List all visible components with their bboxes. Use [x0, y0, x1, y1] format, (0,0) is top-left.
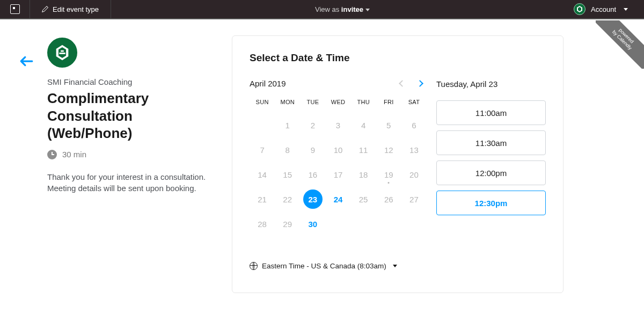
event-title: Complimentary Consultation (Web/Phone) [47, 90, 219, 142]
host-name: SMI Financial Coaching [47, 77, 219, 86]
topbar-left: Edit event type [0, 0, 111, 18]
calendar-day: 27 [401, 187, 427, 211]
clock-icon [47, 150, 57, 159]
scheduler-title: Select a Date & Time [250, 52, 546, 64]
calendar-day: 12 [376, 137, 401, 162]
calendar-day: 14 [250, 162, 275, 187]
timezone-label: Eastern Time - US & Canada (8:03am) [262, 262, 386, 270]
timeslot-button[interactable]: 12:30pm [436, 191, 546, 215]
timeslot-list: 11:00am11:30am12:00pm12:30pm [436, 100, 546, 215]
duration-text: 30 min [62, 150, 86, 159]
calendar-day [376, 211, 401, 236]
calendar-day: 6 [401, 113, 427, 137]
calendar-month-label: April 2019 [250, 79, 286, 88]
event-info-column: SMI Financial Coaching Complimentary Con… [47, 35, 219, 194]
timeslots-column: Tuesday, April 23 11:00am11:30am12:00pm1… [436, 79, 546, 270]
calendar-day: 28 [250, 211, 275, 236]
caret-down-icon [365, 9, 370, 11]
calendar-day [325, 211, 350, 236]
next-month-button[interactable] [416, 80, 423, 87]
calendar-day: 17 [325, 162, 350, 187]
view-as-dropdown[interactable]: View as invitee [111, 5, 574, 13]
calendar-grid: 1234567891011121314151617181920212223242… [250, 113, 427, 236]
calendar-day: 8 [275, 137, 300, 162]
dow-cell: WED [325, 99, 350, 113]
calendar-day: 7 [250, 137, 275, 162]
back-button[interactable] [19, 55, 34, 70]
calendar-app-icon[interactable] [0, 0, 30, 18]
calendar-day: 13 [401, 137, 427, 162]
timeslot-button[interactable]: 12:00pm [436, 160, 546, 185]
caret-down-icon [393, 265, 397, 267]
calendar-day: 19 [376, 162, 401, 187]
event-duration: 30 min [47, 150, 219, 159]
arrow-left-icon [19, 56, 33, 67]
scheduler-card: Select a Date & Time April 2019 SUNMONTU… [232, 35, 564, 293]
host-avatar [47, 38, 77, 68]
calendar-day: 11 [351, 137, 376, 162]
account-menu[interactable]: Account [574, 3, 644, 15]
view-as-prefix: View as [315, 5, 341, 13]
calendar-day: 25 [351, 187, 376, 211]
timeslot-button[interactable]: 11:00am [436, 100, 546, 125]
calendar-day: 26 [376, 187, 401, 211]
dow-cell: FRI [376, 99, 401, 113]
calendar-day: 20 [401, 162, 427, 187]
topbar: Edit event type View as invitee Account [0, 0, 644, 19]
day-of-week-header: SUNMONTUEWEDTHUFRISAT [250, 99, 427, 113]
timezone-selector[interactable]: Eastern Time - US & Canada (8:03am) [250, 262, 427, 270]
dow-cell: THU [351, 99, 376, 113]
calendar-day: 18 [351, 162, 376, 187]
caret-down-icon [624, 8, 628, 11]
dow-cell: MON [275, 99, 300, 113]
calendar-day: 22 [275, 187, 300, 211]
calendar-day: 5 [376, 113, 401, 137]
pencil-icon [42, 6, 48, 12]
globe-icon [250, 262, 258, 270]
calendar-day: 1 [275, 113, 300, 137]
calendar-day[interactable]: 30 [300, 211, 325, 236]
edit-event-type-label: Edit event type [53, 5, 99, 13]
calendar-day: 4 [351, 113, 376, 137]
calendar-column: April 2019 SUNMONTUEWEDTHUFRISAT 1234567… [250, 79, 427, 270]
event-description: Thank you for your interest in a consult… [47, 171, 219, 195]
selected-date-label: Tuesday, April 23 [436, 79, 546, 89]
calendar-day [401, 211, 427, 236]
dow-cell: SUN [250, 99, 275, 113]
calendar-day: 29 [275, 211, 300, 236]
main-content: SMI Financial Coaching Complimentary Con… [0, 19, 644, 293]
account-label: Account [591, 5, 616, 13]
edit-event-type-button[interactable]: Edit event type [30, 0, 111, 18]
calendar-day[interactable]: 24 [325, 187, 350, 211]
calendar-day [250, 113, 275, 137]
timeslot-button[interactable]: 11:30am [436, 130, 546, 155]
calendar-day: 16 [300, 162, 325, 187]
view-as-role: invitee [341, 5, 363, 13]
dow-cell: SAT [401, 99, 427, 113]
calendar-day: 15 [275, 162, 300, 187]
dow-cell: TUE [300, 99, 325, 113]
calendar-day[interactable]: 23 [300, 187, 325, 211]
calendar-day: 9 [300, 137, 325, 162]
prev-month-button [399, 80, 406, 87]
calendar-day [351, 211, 376, 236]
account-avatar [574, 3, 586, 15]
calendar-day: 3 [325, 113, 350, 137]
calendar-day: 10 [325, 137, 350, 162]
calendar-day: 21 [250, 187, 275, 211]
calendar-day: 2 [300, 113, 325, 137]
